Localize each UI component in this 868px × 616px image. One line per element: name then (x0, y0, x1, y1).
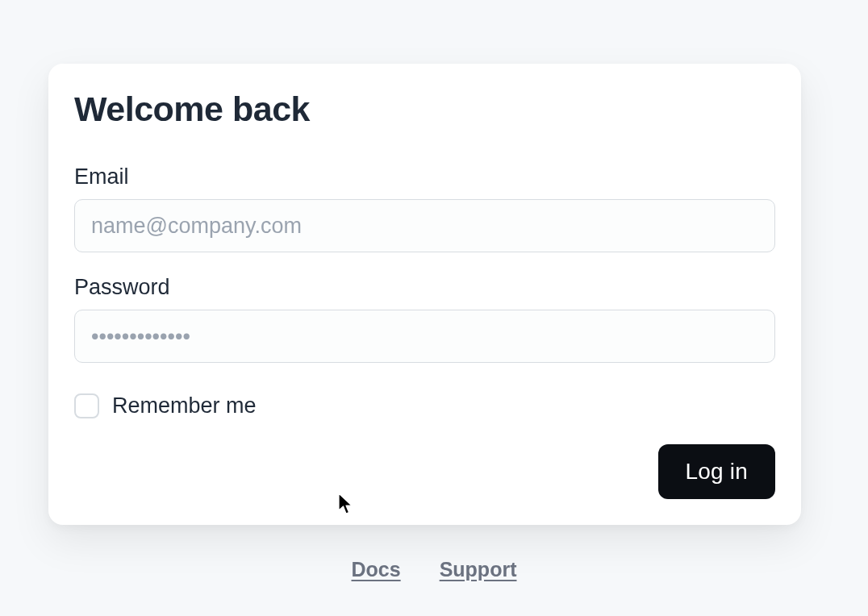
password-label: Password (74, 275, 775, 300)
email-field[interactable] (74, 199, 775, 252)
email-group: Email (74, 164, 775, 252)
login-card: Welcome back Email Password Remember me … (48, 64, 801, 525)
footer-links: Docs Support (0, 558, 868, 581)
remember-row: Remember me (74, 393, 775, 418)
actions-row: Log in (74, 444, 775, 499)
email-label: Email (74, 164, 775, 189)
page-title: Welcome back (74, 89, 775, 129)
password-field[interactable] (74, 310, 775, 363)
login-button[interactable]: Log in (658, 444, 776, 499)
docs-link[interactable]: Docs (352, 558, 401, 581)
support-link[interactable]: Support (440, 558, 517, 581)
password-group: Password (74, 275, 775, 363)
remember-label[interactable]: Remember me (112, 393, 257, 418)
remember-checkbox[interactable] (74, 393, 99, 418)
